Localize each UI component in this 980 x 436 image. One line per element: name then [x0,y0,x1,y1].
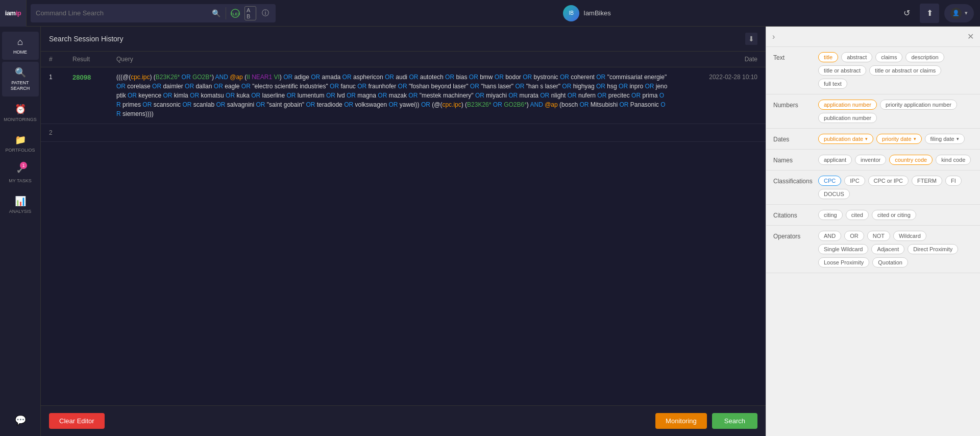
history-title: Search Session History [49,35,124,43]
tag-citing[interactable]: citing [818,210,843,220]
topbar-right: ↺ ⬆ 👤 ▾ [898,4,974,23]
table-row[interactable]: 1 28098 (((@(cpc.ipc) (B23K26* OR GO2B*)… [41,67,766,124]
bottom-bar: Clear Editor Monitoring Search [41,405,766,436]
home-icon: ⌂ [17,37,23,47]
names-label: Names [773,155,814,164]
tag-priority-date[interactable]: priority date [876,134,921,144]
tag-or[interactable]: OR [844,231,864,241]
portfolios-icon: 📁 [15,134,26,146]
tag-publication-number[interactable]: publication number [818,113,877,123]
operators-label: Operators [773,231,814,240]
search-button[interactable]: Search [712,413,757,429]
tag-abstract[interactable]: abstract [841,52,872,62]
collapse-right-panel-btn[interactable]: › [772,32,775,41]
tag-fterm[interactable]: FTERM [912,176,942,186]
dates-section: Dates publication date priority date fil… [766,129,980,150]
tag-publication-date[interactable]: publication date [818,134,873,144]
sidebar-item-patent-search[interactable]: 🔍 PATENTSEARCH [2,62,39,96]
numbers-label: Numbers [773,100,814,109]
user-btn[interactable]: 👤 ▾ [944,4,974,22]
clear-editor-button[interactable]: Clear Editor [49,413,105,429]
refresh-btn[interactable]: ↺ [898,5,915,21]
tag-fi[interactable]: FI [945,176,962,186]
row-num-2: 2 [49,129,64,136]
topbar: iamip 🔍 FLEX A B ⓘ IB IamBikes ↺ ⬆ 👤 ▾ [0,0,980,27]
tag-inventor[interactable]: inventor [855,155,886,165]
info-icon[interactable]: ⓘ [260,6,271,20]
sidebar-item-portfolios[interactable]: 📁 PORTFOLIOS [2,129,39,158]
tag-full-text[interactable]: full text [818,79,847,89]
table-row[interactable]: 2 [41,124,766,142]
chat-icon: 💬 [15,415,26,426]
monitoring-button[interactable]: Monitoring [655,413,707,429]
col-query: Query [116,56,668,63]
main-layout: ⌂ HOME 🔍 PATENTSEARCH ⏰ MONITORINGS 📁 PO… [0,27,980,436]
tag-cited[interactable]: cited [846,210,869,220]
sidebar-item-my-tasks[interactable]: ✔1 MY TASKS [2,160,39,188]
sidebar-item-home[interactable]: ⌂ HOME [2,32,39,60]
divider [226,7,226,19]
history-body: 1 28098 (((@(cpc.ipc) (B23K26* OR GO2B*)… [41,67,766,405]
topbar-center: IB IamBikes [280,5,894,21]
tag-description[interactable]: description [905,52,944,62]
tag-ipc[interactable]: IPC [844,176,865,186]
tag-not[interactable]: NOT [867,231,890,241]
citations-section: Citations citing cited cited or citing [766,205,980,226]
tag-wildcard[interactable]: Wildcard [893,231,926,241]
col-num: # [49,56,64,63]
tag-direct-proximity[interactable]: Direct Proximity [908,244,958,254]
tasks-badge: 1 [20,162,27,169]
tag-title[interactable]: title [818,52,838,62]
tag-country-code[interactable]: country code [889,155,933,165]
row-num-1: 1 [49,72,64,81]
logo[interactable]: iamip [0,0,27,27]
sidebar-label-analysis: ANALYSIS [9,209,31,214]
expand-btn[interactable]: ⬇ [745,33,757,45]
flex-icon[interactable]: FLEX [230,6,240,20]
tag-cpc[interactable]: CPC [818,176,841,186]
sidebar-label-monitorings: MONITORINGS [4,117,36,122]
ab-icon[interactable]: A B [244,6,256,20]
svg-text:FLEX: FLEX [231,12,240,16]
tag-filing-date[interactable]: filing date [925,134,965,144]
tag-and[interactable]: AND [818,231,841,241]
search-bar: 🔍 FLEX A B ⓘ [31,4,276,22]
operators-section: Operators AND OR NOT Wildcard Single Wil… [766,226,980,273]
tag-cpc-or-ipc[interactable]: CPC or IPC [868,176,909,186]
tag-docus[interactable]: DOCUS [818,189,850,199]
sidebar-item-chat[interactable]: 💬 [2,409,39,431]
search-icon[interactable]: 🔍 [211,6,221,20]
operators-tags: AND OR NOT Wildcard Single Wildcard Adja… [818,231,973,268]
tag-application-number[interactable]: application number [818,100,877,110]
citations-tags: citing cited cited or citing [818,210,973,220]
brand-name: IamBikes [583,9,610,17]
sidebar-item-monitorings[interactable]: ⏰ MONITORINGS [2,99,39,127]
tag-title-or-abstract[interactable]: title or abstract [818,65,866,76]
dates-label: Dates [773,134,814,143]
close-right-panel-btn[interactable]: ✕ [967,32,974,41]
tag-adjacent[interactable]: Adjacent [871,244,904,254]
tag-loose-proximity[interactable]: Loose Proximity [818,257,869,268]
monitorings-icon: ⏰ [15,104,26,115]
numbers-tags: application number priority application … [818,100,973,123]
classifications-tags: CPC IPC CPC or IPC FTERM FI DOCUS [818,176,973,199]
tag-claims[interactable]: claims [875,52,902,62]
tag-quotation[interactable]: Quotation [872,257,908,268]
tag-title-or-abstract-or-claims[interactable]: title or abstract or claims [869,65,941,76]
sidebar-label-patent-search: PATENTSEARCH [11,80,30,91]
tag-cited-or-citing[interactable]: cited or citing [872,210,916,220]
tag-priority-application-number[interactable]: priority application number [880,100,957,110]
sidebar-label-my-tasks: MY TASKS [9,178,32,183]
dates-tags: publication date priority date filing da… [818,134,973,144]
row-date-1: 2022-02-28 10:10 [676,72,757,81]
sidebar-item-analysis[interactable]: 📊 ANALYSIS [2,190,39,219]
upload-btn[interactable]: ⬆ [920,4,939,23]
history-columns: # Result Query Date [41,52,766,67]
row-result-1: 28098 [72,72,108,81]
search-input[interactable] [36,9,207,17]
tag-kind-code[interactable]: kind code [936,155,971,165]
tag-single-wildcard[interactable]: Single Wildcard [818,244,868,254]
names-section: Names applicant inventor country code ki… [766,150,980,171]
tag-applicant[interactable]: applicant [818,155,852,165]
right-panel: › ✕ Text title abstract claims descripti… [766,27,980,436]
